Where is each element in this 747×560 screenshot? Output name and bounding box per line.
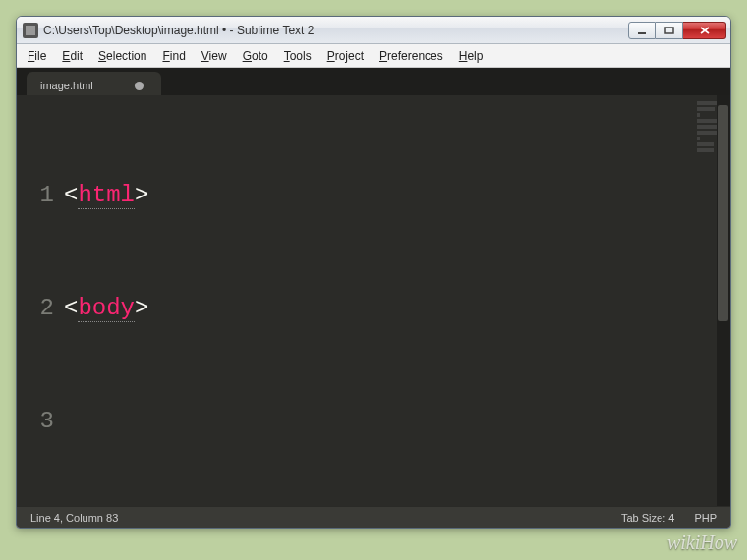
svg-rect-0 — [638, 32, 646, 34]
maximize-icon — [664, 27, 674, 34]
line-number: 2 — [17, 290, 54, 327]
svg-rect-1 — [665, 28, 673, 33]
menu-preferences[interactable]: Preferences — [373, 47, 450, 65]
tab-label: image.html — [40, 80, 93, 91]
menu-tools[interactable]: Tools — [277, 47, 318, 65]
close-button[interactable] — [683, 22, 726, 39]
menu-help[interactable]: Help — [452, 47, 490, 65]
window-control-group — [628, 22, 726, 39]
maximize-button[interactable] — [656, 22, 683, 39]
menu-find[interactable]: Find — [155, 47, 192, 65]
tab-bar: image.html — [17, 68, 730, 95]
line-number-gutter: 1 2 3 4 5 6 7 — [17, 95, 64, 506]
title-bar[interactable]: C:\Users\Top\Desktop\image.html • - Subl… — [17, 17, 730, 44]
menu-file[interactable]: File — [21, 47, 53, 65]
watermark: wikiHow — [667, 532, 737, 554]
code-editor[interactable]: 1 2 3 4 5 6 7 <html> <body> <img src="ht… — [17, 95, 730, 506]
line-number: 1 — [17, 177, 54, 214]
minimize-icon — [637, 27, 647, 34]
syntax-indicator[interactable]: PHP — [694, 512, 717, 524]
minimize-button[interactable] — [628, 22, 656, 39]
vertical-scrollbar[interactable] — [717, 95, 730, 506]
menu-project[interactable]: Project — [320, 47, 371, 65]
close-icon — [700, 27, 710, 34]
menu-bar: File Edit Selection Find View Goto Tools… — [17, 44, 730, 68]
tab-size-indicator[interactable]: Tab Size: 4 — [621, 512, 674, 524]
tab-image-html[interactable]: image.html — [27, 72, 161, 95]
status-bar: Line 4, Column 83 Tab Size: 4 PHP — [17, 506, 730, 528]
code-area[interactable]: <html> <body> <img src="http://i1322. ph… — [64, 95, 730, 506]
menu-view[interactable]: View — [195, 47, 234, 65]
scrollbar-thumb[interactable] — [718, 105, 728, 321]
app-icon — [23, 23, 38, 38]
line-number: 3 — [17, 403, 54, 440]
app-window: C:\Users\Top\Desktop\image.html • - Subl… — [16, 16, 731, 529]
window-title: C:\Users\Top\Desktop\image.html • - Subl… — [43, 24, 628, 37]
menu-goto[interactable]: Goto — [236, 47, 275, 65]
menu-edit[interactable]: Edit — [55, 47, 89, 65]
modified-dot-icon — [135, 82, 144, 90]
menu-selection[interactable]: Selection — [91, 47, 153, 65]
cursor-position: Line 4, Column 83 — [30, 512, 118, 524]
